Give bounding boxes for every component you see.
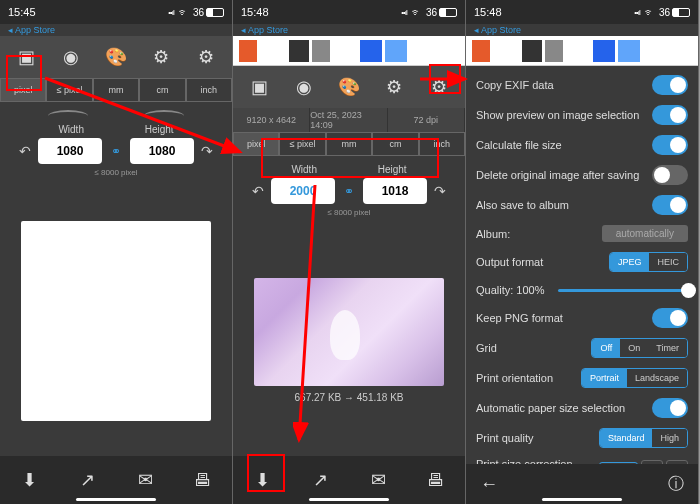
unit-pixel[interactable]: pixel	[0, 78, 46, 102]
bottom-bar: ⬇ ↗ ✉ 🖶	[233, 456, 465, 504]
palette-icon[interactable]: 🎨	[332, 70, 366, 104]
toolbar: ▣ ◉ 🎨 ⚙ ⚙	[0, 36, 232, 78]
mail-icon[interactable]: ✉	[127, 462, 163, 498]
width-input[interactable]	[38, 138, 102, 164]
sliders-icon[interactable]: ⚙	[377, 70, 411, 104]
album-value[interactable]: automatically	[602, 225, 688, 242]
home-indicator	[542, 498, 622, 501]
signal-icon: ••ıl	[401, 8, 407, 17]
seg-output: JPEGHEIC	[609, 252, 688, 272]
seg-off[interactable]: Off	[592, 339, 620, 357]
gallery-icon[interactable]: ▣	[9, 40, 43, 74]
bottom-bar: ⬇ ↗ ✉ 🖶	[0, 456, 232, 504]
battery: 36	[426, 7, 457, 18]
unit-maxpixel[interactable]: ≤ pixel	[46, 78, 92, 102]
back-link[interactable]: ◂ App Store	[233, 24, 465, 36]
seg-high[interactable]: High	[652, 429, 687, 447]
seg-landscape[interactable]: Landscape	[627, 369, 687, 387]
label-auto-paper: Automatic paper size selection	[476, 402, 625, 414]
unit-mm[interactable]: mm	[93, 78, 139, 102]
back-icon[interactable]: ←	[480, 474, 498, 495]
toggle-keep-png[interactable]	[652, 308, 688, 328]
wifi-icon: ᯤ	[411, 6, 422, 18]
label-delete-orig: Delete original image after saving	[476, 169, 639, 181]
toggle-calc-size[interactable]	[652, 135, 688, 155]
back-link[interactable]: ◂ App Store	[0, 24, 232, 36]
camera-icon[interactable]: ◉	[54, 40, 88, 74]
screen-1: 15:45 ••ılᯤ36 ◂ App Store ▣ ◉ 🎨 ⚙ ⚙ pixe…	[0, 0, 233, 504]
preview-image[interactable]	[21, 221, 211, 421]
toolbar: ▣ ◉ 🎨 ⚙ ⚙	[233, 66, 465, 108]
toggle-save-album[interactable]	[652, 195, 688, 215]
width-label: Width	[291, 164, 317, 175]
info-icon[interactable]: ⓘ	[668, 474, 684, 495]
palette-icon[interactable]: 🎨	[99, 40, 133, 74]
info-dpi: 72 dpi	[388, 108, 465, 132]
unit-mm[interactable]: mm	[326, 132, 372, 156]
back-link[interactable]: ◂ App Store	[466, 24, 698, 36]
dimension-section: WidthHeight ↶ ⚭ ↷ ≤ 8000 pixel	[0, 102, 232, 185]
unit-cm[interactable]: cm	[139, 78, 185, 102]
unit-row: pixel ≤ pixel mm cm inch	[233, 132, 465, 156]
seg-jpeg[interactable]: JPEG	[610, 253, 650, 271]
link-icon[interactable]: ⚭	[106, 144, 126, 158]
width-input[interactable]	[271, 178, 335, 204]
camera-icon[interactable]: ◉	[287, 70, 321, 104]
toggle-auto-paper[interactable]	[652, 398, 688, 418]
share-icon[interactable]: ↗	[69, 462, 105, 498]
print-icon[interactable]: 🖶	[418, 462, 454, 498]
info-dims: 9120 x 4642	[233, 108, 310, 132]
seg-standard[interactable]: Standard	[600, 429, 653, 447]
unit-cm[interactable]: cm	[372, 132, 418, 156]
seg-timer[interactable]: Timer	[648, 339, 687, 357]
unit-inch[interactable]: inch	[419, 132, 465, 156]
time: 15:48	[241, 6, 269, 18]
battery: 36	[659, 7, 690, 18]
label-grid: Grid	[476, 342, 497, 354]
redo-icon[interactable]: ↷	[198, 138, 216, 164]
undo-icon[interactable]: ↶	[16, 138, 34, 164]
unit-pixel[interactable]: pixel	[233, 132, 279, 156]
wifi-icon: ᯤ	[644, 6, 655, 18]
seg-heic[interactable]: HEIC	[649, 253, 687, 271]
width-label: Width	[58, 124, 84, 135]
home-indicator	[309, 498, 389, 501]
gallery-icon[interactable]: ▣	[242, 70, 276, 104]
settings-list: Copy EXIF data Show preview on image sel…	[466, 66, 698, 464]
gear-icon[interactable]: ⚙	[422, 70, 456, 104]
seg-on[interactable]: On	[620, 339, 648, 357]
undo-icon[interactable]: ↶	[249, 178, 267, 204]
height-input[interactable]	[130, 138, 194, 164]
gear-icon[interactable]: ⚙	[189, 40, 223, 74]
unit-maxpixel[interactable]: ≤ pixel	[279, 132, 325, 156]
download-icon[interactable]: ⬇	[244, 462, 280, 498]
toggle-show-preview[interactable]	[652, 105, 688, 125]
sliders-icon[interactable]: ⚙	[144, 40, 178, 74]
download-icon[interactable]: ⬇	[11, 462, 47, 498]
unit-inch[interactable]: inch	[186, 78, 232, 102]
toggle-delete-orig[interactable]	[652, 165, 688, 185]
mail-icon[interactable]: ✉	[360, 462, 396, 498]
redo-icon[interactable]: ↷	[431, 178, 449, 204]
seg-portrait[interactable]: Portrait	[582, 369, 627, 387]
seg-printq: StandardHigh	[599, 428, 688, 448]
seg-orient: PortraitLandscape	[581, 368, 688, 388]
height-input[interactable]	[363, 178, 427, 204]
label-print-q: Print quality	[476, 432, 533, 444]
time: 15:48	[474, 6, 502, 18]
screen-3-settings: 15:48 ••ılᯤ36 ◂ App Store Copy EXIF data…	[466, 0, 699, 504]
pixelated-ad	[466, 36, 698, 66]
toggle-copy-exif[interactable]	[652, 75, 688, 95]
signal-icon: ••ıl	[634, 8, 640, 17]
preview-image[interactable]	[254, 278, 444, 386]
print-icon[interactable]: 🖶	[185, 462, 221, 498]
status-bar: 15:45 ••ılᯤ36	[0, 0, 232, 24]
home-indicator	[76, 498, 156, 501]
label-orient: Print orientation	[476, 372, 553, 384]
preview-area	[0, 185, 232, 456]
link-icon[interactable]: ⚭	[339, 184, 359, 198]
quality-slider[interactable]	[558, 289, 688, 292]
share-icon[interactable]: ↗	[302, 462, 338, 498]
info-row: 9120 x 4642 Oct 25, 2023 14:09 72 dpi	[233, 108, 465, 132]
time: 15:45	[8, 6, 36, 18]
